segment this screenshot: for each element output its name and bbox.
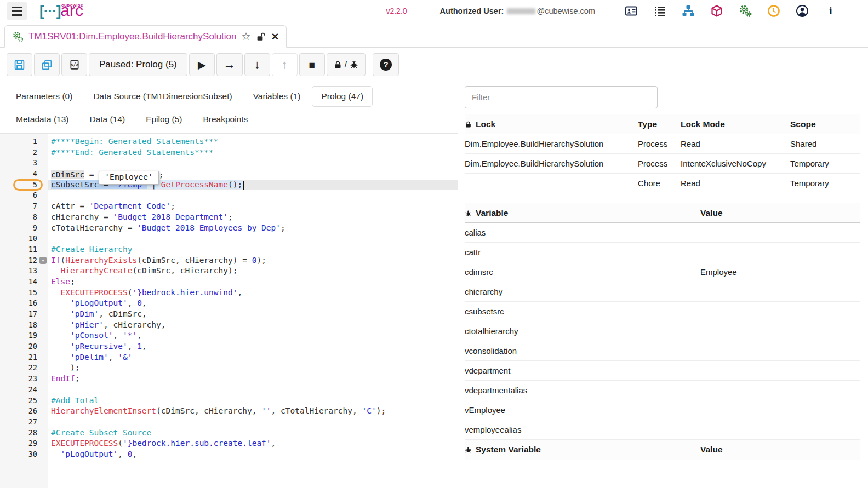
- code-line[interactable]: 21 'pDelim', '&': [0, 352, 458, 363]
- code-line[interactable]: 1#****Begin: Generated Statements***: [0, 136, 458, 147]
- line-number[interactable]: 5: [0, 180, 48, 191]
- user-icon[interactable]: [796, 4, 809, 18]
- variable-row: vconsolidation: [465, 341, 860, 361]
- save-button[interactable]: [7, 53, 32, 76]
- code-line[interactable]: 7cAttr = 'Department Code';: [0, 201, 458, 212]
- code-line[interactable]: 10: [0, 233, 458, 244]
- lock-debug-button[interactable]: /: [327, 53, 366, 76]
- code-line[interactable]: 30 'pLogOutput', 0,: [0, 449, 458, 460]
- line-number[interactable]: 2: [0, 147, 48, 158]
- code-line[interactable]: 28#Create Subset Source: [0, 428, 458, 439]
- code-line[interactable]: 4cDimSrc = 'Employee';: [0, 169, 458, 180]
- code-line[interactable]: 6: [0, 190, 458, 201]
- lock-table-header: Lock Type Lock Mode Scope: [465, 114, 860, 134]
- step-over-button[interactable]: →: [216, 53, 243, 76]
- info-icon[interactable]: i: [824, 4, 837, 18]
- document-tab[interactable]: TM1SRV01:Dim.Employee.BuildHierarchySolu…: [4, 25, 287, 48]
- favorite-star-icon[interactable]: ☆: [242, 31, 251, 42]
- tab-breakpoints[interactable]: Breakpoints: [193, 109, 257, 130]
- line-number[interactable]: 1: [0, 136, 48, 147]
- filter-input[interactable]: [465, 86, 658, 108]
- stop-button[interactable]: ■: [299, 53, 325, 76]
- code-line[interactable]: 5cSubsetSrc = 'zTemp' | GetProcessName()…: [0, 180, 458, 191]
- step-into-button[interactable]: ↓: [244, 53, 270, 76]
- unlock-icon[interactable]: [256, 32, 266, 42]
- copy-button[interactable]: [34, 53, 60, 76]
- fold-marker-icon[interactable]: ▾: [39, 257, 47, 264]
- clock-icon[interactable]: [767, 4, 780, 18]
- tab-parameters[interactable]: Parameters (0): [7, 86, 82, 107]
- code-line[interactable]: 26HierarchyElementInsert(cDimSrc, cHiera…: [0, 406, 458, 417]
- code-line[interactable]: 27: [0, 417, 458, 428]
- code-line[interactable]: 13 HierarchyCreate(cDimSrc, cHierarchy);: [0, 266, 458, 277]
- tab-metadata[interactable]: Metadata (13): [7, 109, 78, 130]
- code-line[interactable]: 23EndIf;: [0, 374, 458, 384]
- line-number[interactable]: 23: [0, 374, 48, 384]
- tab-data[interactable]: Data (14): [81, 109, 135, 130]
- line-number[interactable]: 22: [0, 363, 48, 374]
- hamburger-menu-icon[interactable]: [7, 2, 27, 20]
- view-source-button[interactable]: </>: [61, 53, 87, 76]
- tab-variables[interactable]: Variables (1): [244, 86, 310, 107]
- code-line[interactable]: 29EXECUTEPROCESS('}bedrock.hier.sub.crea…: [0, 438, 458, 449]
- line-number[interactable]: 24: [0, 384, 48, 395]
- code-line[interactable]: 25#Add Total: [0, 395, 458, 406]
- tab-data-source[interactable]: Data Source (TM1DimensionSubset): [84, 86, 241, 107]
- line-number[interactable]: 14: [0, 277, 48, 288]
- line-number[interactable]: 7: [0, 201, 48, 212]
- code-line[interactable]: 17 'pDim', cDimSrc,: [0, 309, 458, 320]
- line-number[interactable]: 9: [0, 223, 48, 234]
- line-number[interactable]: 4: [0, 169, 48, 180]
- line-number[interactable]: 19: [0, 330, 48, 341]
- code-line[interactable]: 16 'pLogOutput', 0,: [0, 298, 458, 309]
- line-number[interactable]: 6: [0, 190, 48, 201]
- help-button[interactable]: ?: [373, 53, 399, 76]
- sitemap-icon[interactable]: [682, 4, 695, 18]
- line-number[interactable]: 13: [0, 266, 48, 277]
- line-number[interactable]: 29: [0, 438, 48, 449]
- process-gears-icon: [13, 31, 24, 42]
- cube-icon[interactable]: [710, 4, 723, 18]
- tab-epilog[interactable]: Epilog (5): [136, 109, 191, 130]
- line-number[interactable]: 21: [0, 352, 48, 363]
- id-card-icon[interactable]: [625, 4, 638, 18]
- code-line[interactable]: 22 );: [0, 363, 458, 374]
- code-line[interactable]: 9cTotalHierarchy = 'Budget 2018 Employee…: [0, 223, 458, 234]
- code-line[interactable]: 3: [0, 158, 458, 169]
- code-line[interactable]: 15 EXECUTEPROCESS('}bedrock.hier.unwind'…: [0, 288, 458, 298]
- step-out-button[interactable]: ↑: [272, 53, 298, 76]
- line-number[interactable]: 15: [0, 288, 48, 298]
- code-line[interactable]: 12▾If(HierarchyExists(cDimSrc, cHierarch…: [0, 255, 458, 266]
- code-line[interactable]: 19 'pConsol', '*',: [0, 330, 458, 341]
- document-tabstrip: TM1SRV01:Dim.Employee.BuildHierarchySolu…: [0, 22, 868, 48]
- line-number[interactable]: 26: [0, 406, 48, 417]
- code-line[interactable]: 11#Create Hierarchy: [0, 244, 458, 255]
- code-editor[interactable]: 1#****Begin: Generated Statements***2#**…: [0, 134, 458, 488]
- tab-prolog[interactable]: Prolog (47): [312, 86, 373, 107]
- variable-row: vdepartmentalias: [465, 381, 860, 400]
- line-number[interactable]: 10: [0, 233, 48, 244]
- line-number[interactable]: 8: [0, 212, 48, 223]
- line-number[interactable]: 3: [0, 158, 48, 169]
- code-line[interactable]: 18 'pHier', cHierarchy,: [0, 320, 458, 331]
- line-number[interactable]: 11: [0, 244, 48, 255]
- code-line[interactable]: 8cHierarchy = 'Budget 2018 Department';: [0, 212, 458, 223]
- line-number[interactable]: 28: [0, 428, 48, 439]
- debug-toolbar: </> Paused: Prolog (5) ▶ → ↓ ↑ ■ / ?: [0, 48, 868, 82]
- close-tab-icon[interactable]: ×: [272, 31, 279, 43]
- code-line[interactable]: 20 'pRecursive', 1,: [0, 341, 458, 352]
- line-number[interactable]: 27: [0, 417, 48, 428]
- code-line[interactable]: 24: [0, 384, 458, 395]
- code-line[interactable]: 14Else;: [0, 277, 458, 288]
- gears-icon[interactable]: [739, 4, 752, 18]
- line-number[interactable]: 20: [0, 341, 48, 352]
- list-icon[interactable]: [653, 4, 666, 18]
- line-number[interactable]: 17: [0, 309, 48, 320]
- line-number[interactable]: 12▾: [0, 255, 48, 266]
- code-line[interactable]: 2#****End: Generated Statements****: [0, 147, 458, 158]
- line-number[interactable]: 25: [0, 395, 48, 406]
- line-number[interactable]: 16: [0, 298, 48, 309]
- line-number[interactable]: 30: [0, 449, 48, 460]
- line-number[interactable]: 18: [0, 320, 48, 331]
- run-button[interactable]: ▶: [189, 53, 215, 76]
